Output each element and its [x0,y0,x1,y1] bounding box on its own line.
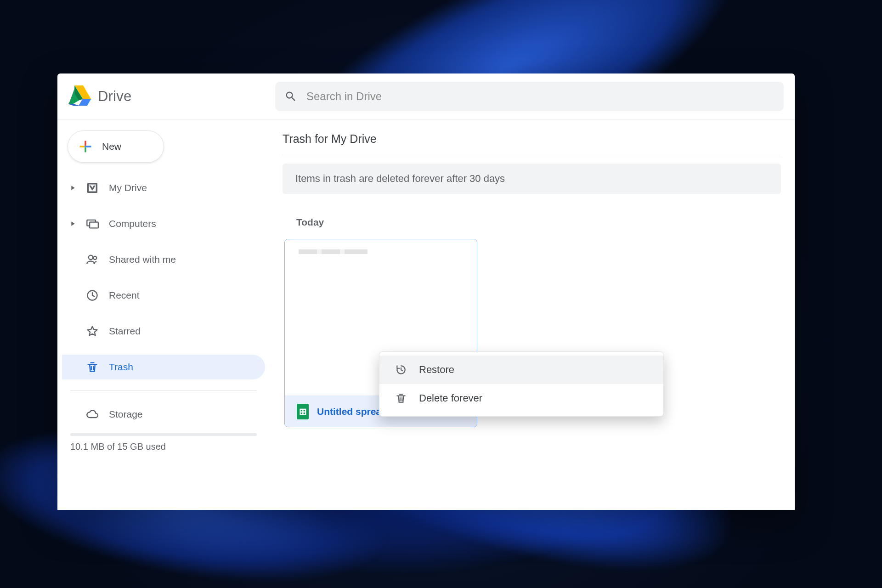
svg-rect-15 [80,146,85,147]
chevron-right-icon [70,221,76,226]
main-panel: Trash for My Drive Items in trash are de… [269,119,795,510]
svg-point-21 [93,256,96,260]
trash-icon [86,361,99,373]
svg-rect-14 [85,147,86,153]
sidebar-item-label: Computers [109,218,156,229]
drive-icon [86,181,99,194]
sidebar-item-computers[interactable]: Computers [62,211,265,236]
desktop-wallpaper: Drive Search in Drive New [0,0,882,588]
sidebar-item-recent[interactable]: Recent [62,283,265,308]
sidebar-item-storage[interactable]: Storage [62,402,265,427]
ctx-item-label: Delete forever [419,392,482,404]
product-lockup[interactable]: Drive [67,85,264,107]
sidebar-item-label: Recent [109,290,140,301]
search-placeholder: Search in Drive [306,90,382,103]
drive-window: Drive Search in Drive New [57,74,795,510]
product-name: Drive [98,88,131,105]
sheets-icon: ⊞ [297,404,309,419]
sidebar-item-label: My Drive [109,182,147,193]
ctx-restore[interactable]: Restore [379,356,663,384]
sidebar-item-label: Starred [109,326,141,337]
sidebar: New My Drive Computers Shared with me [57,119,269,510]
svg-rect-16 [86,146,91,147]
sidebar-item-starred[interactable]: Starred [62,319,265,344]
svg-rect-13 [85,141,86,146]
plus-icon [78,139,93,154]
sidebar-item-label: Shared with me [109,254,176,265]
restore-icon [395,364,407,376]
sidebar-item-shared[interactable]: Shared with me [62,247,265,272]
drive-logo-icon [67,85,91,107]
page-title: Trash for My Drive [283,132,781,146]
clock-icon [86,289,99,302]
cloud-icon [86,408,99,421]
people-icon [86,253,99,266]
storage-progress [70,433,257,436]
new-button-label: New [102,141,121,152]
sidebar-item-my-drive[interactable]: My Drive [62,175,265,200]
ctx-item-label: Restore [419,364,454,376]
svg-rect-17 [85,146,86,147]
ctx-delete-forever[interactable]: Delete forever [379,384,663,413]
context-menu: Restore Delete forever [379,351,664,417]
search-input[interactable]: Search in Drive [275,82,784,111]
sidebar-item-trash[interactable]: Trash [62,355,265,379]
search-icon [284,90,297,103]
svg-point-20 [89,255,93,260]
computers-icon [86,217,99,230]
sidebar-item-label: Storage [109,409,143,420]
sidebar-item-label: Trash [109,362,133,373]
section-heading: Today [296,217,781,228]
trash-notice: Items in trash are deleted forever after… [283,164,781,194]
trash-icon [395,392,407,404]
storage-text: 10.1 MB of 15 GB used [70,441,265,452]
star-icon [86,325,99,338]
top-bar: Drive Search in Drive [57,74,795,119]
svg-rect-19 [90,222,98,228]
new-button[interactable]: New [68,130,164,163]
chevron-right-icon [70,185,76,191]
